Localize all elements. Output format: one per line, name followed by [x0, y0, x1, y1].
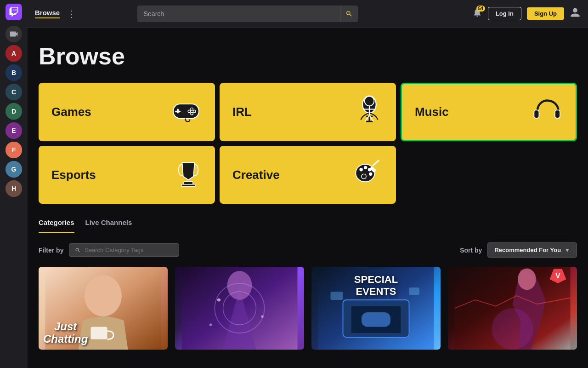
svg-point-24 [365, 96, 374, 106]
category-label-esports: Esports [51, 168, 96, 182]
sort-value: Recommended For You [494, 247, 561, 253]
signup-button[interactable]: Sign Up [527, 7, 564, 20]
category-card-creative[interactable]: Creative [220, 146, 396, 204]
filter-by-label: Filter by [39, 247, 63, 254]
svg-rect-31 [184, 182, 193, 184]
svg-point-20 [193, 110, 196, 113]
sort-by-label: Sort by [460, 247, 482, 254]
svg-rect-32 [181, 184, 195, 187]
category-label-music: Music [415, 105, 449, 119]
tag-search-icon [75, 247, 81, 253]
sidebar-avatar-4[interactable]: D [6, 103, 22, 120]
svg-point-48 [217, 298, 220, 301]
svg-text:D: D [11, 108, 16, 115]
svg-text:G: G [11, 166, 17, 173]
tab-live-channels[interactable]: Live Channels [85, 218, 132, 233]
card-image-just-chatting: JustChatting [39, 267, 168, 350]
category-card-music[interactable]: Music [401, 83, 577, 141]
svg-point-34 [359, 168, 362, 171]
page-content: Browse Games [28, 28, 588, 368]
category-card-irl[interactable]: IRL [220, 83, 396, 141]
card-image-valorant: V [448, 267, 577, 350]
filter-right: Sort by Recommended For You ▼ [460, 242, 577, 258]
category-icon-creative [351, 158, 383, 192]
tag-search-input[interactable] [85, 247, 173, 253]
category-icon-esports [175, 157, 202, 193]
svg-point-50 [209, 323, 212, 326]
svg-point-59 [492, 308, 533, 350]
svg-rect-18 [175, 110, 181, 112]
filter-left: Filter by [39, 243, 179, 257]
svg-rect-56 [409, 288, 420, 295]
filter-row: Filter by Sort by Recommended For You ▼ [39, 242, 577, 258]
sidebar-avatar-6[interactable]: F [6, 142, 22, 158]
svg-point-35 [364, 166, 367, 169]
sidebar-avatar-5[interactable]: E [6, 122, 22, 139]
category-card-esports[interactable]: Esports [39, 146, 215, 204]
notifications-button[interactable]: 54 [472, 7, 482, 20]
sort-dropdown[interactable]: Recommended For You ▼ [487, 242, 577, 258]
card-special-events[interactable]: SPECIALEVENTS [311, 267, 441, 350]
category-grid: Games [39, 83, 577, 204]
category-icon-music [531, 95, 563, 129]
svg-point-49 [261, 315, 263, 317]
category-card-games[interactable]: Games [39, 83, 215, 141]
search-input[interactable] [137, 6, 340, 22]
category-icon-games [170, 97, 202, 128]
svg-rect-43 [91, 327, 107, 339]
svg-rect-30 [555, 110, 560, 118]
category-icon-irl [356, 94, 383, 130]
more-options-icon[interactable]: ⋮ [67, 8, 76, 19]
browse-nav-link[interactable]: Browse [35, 9, 60, 18]
svg-rect-29 [534, 110, 539, 118]
tag-search-box[interactable] [69, 243, 179, 257]
svg-text:C: C [11, 88, 16, 96]
svg-point-37 [369, 172, 372, 175]
svg-text:E: E [11, 127, 16, 134]
sidebar-avatar-3[interactable]: C [6, 84, 22, 100]
category-label-creative: Creative [232, 168, 280, 182]
main-area: Browse ⋮ 54 Log In Sign Up [28, 0, 588, 368]
card-image-lol [175, 267, 304, 350]
svg-point-22 [191, 112, 193, 115]
category-label-irl: IRL [232, 105, 252, 119]
svg-text:H: H [11, 185, 16, 192]
topnav: Browse ⋮ 54 Log In Sign Up [28, 0, 588, 28]
svg-text:F: F [12, 146, 16, 154]
card-valorant[interactable]: V [448, 267, 577, 350]
card-just-chatting[interactable]: JustChatting [39, 267, 168, 350]
svg-point-19 [191, 108, 193, 110]
sidebar-avatar-2[interactable]: B [6, 64, 22, 81]
card-lol[interactable] [175, 267, 304, 350]
user-icon[interactable] [570, 7, 581, 21]
svg-point-38 [362, 174, 366, 178]
svg-rect-54 [362, 312, 390, 327]
search-button[interactable] [340, 6, 358, 22]
svg-text:B: B [11, 69, 16, 76]
sidebar-avatar-1[interactable]: A [6, 45, 22, 62]
svg-point-45 [227, 271, 252, 300]
search-bar [137, 6, 358, 22]
card-image-special-events: SPECIALEVENTS [311, 267, 441, 350]
page-title: Browse [39, 42, 577, 70]
cards-grid: JustChatting [39, 267, 577, 350]
twitch-logo[interactable] [6, 4, 22, 20]
svg-line-39 [373, 160, 379, 165]
svg-point-21 [188, 110, 191, 113]
svg-point-42 [85, 275, 122, 316]
tab-categories[interactable]: Categories [39, 218, 74, 233]
nav-right: 54 Log In Sign Up [472, 7, 581, 21]
notifications-badge: 54 [476, 6, 485, 12]
svg-point-58 [518, 269, 536, 290]
sidebar-avatar-7[interactable]: G [6, 161, 22, 178]
category-label-games: Games [51, 105, 91, 119]
svg-text:A: A [11, 50, 16, 57]
svg-text:V: V [555, 271, 560, 280]
sidebar: A B C D E F G H [0, 0, 28, 368]
sidebar-avatar-8[interactable]: H [6, 180, 22, 197]
tabs-row: Categories Live Channels [39, 218, 577, 233]
login-button[interactable]: Log In [488, 7, 521, 20]
svg-rect-55 [331, 292, 343, 300]
chevron-down-icon: ▼ [565, 247, 570, 253]
sidebar-video-icon[interactable] [6, 26, 22, 42]
